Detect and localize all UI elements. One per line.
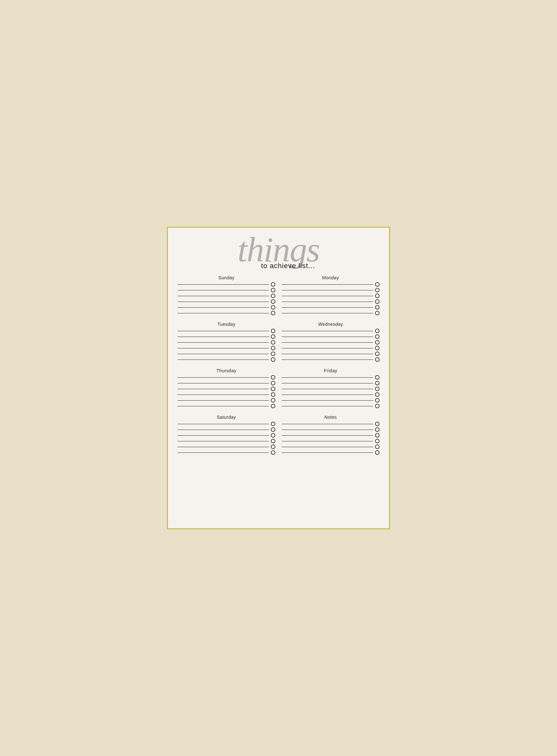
task-circle[interactable]: [271, 340, 275, 345]
task-circle[interactable]: [271, 381, 275, 385]
task-circle[interactable]: [375, 421, 380, 426]
task-circle[interactable]: [271, 305, 275, 310]
task-row[interactable]: [282, 381, 380, 385]
task-row[interactable]: [282, 392, 380, 397]
task-circle[interactable]: [375, 428, 380, 432]
task-circle[interactable]: [271, 300, 275, 304]
task-circle[interactable]: [375, 450, 380, 455]
task-circle[interactable]: [375, 445, 380, 449]
task-row[interactable]: [177, 398, 275, 403]
task-circle[interactable]: [375, 398, 380, 403]
task-row[interactable]: [177, 328, 275, 333]
task-row[interactable]: [282, 433, 380, 438]
task-row[interactable]: [177, 392, 275, 397]
task-row[interactable]: [177, 294, 275, 298]
task-row[interactable]: [282, 352, 380, 356]
task-row[interactable]: [282, 357, 380, 362]
task-row[interactable]: [177, 288, 275, 292]
task-line: [177, 441, 269, 441]
task-circle[interactable]: [271, 294, 275, 298]
task-row[interactable]: [282, 421, 380, 426]
task-circle[interactable]: [375, 357, 380, 362]
task-row[interactable]: [177, 340, 275, 345]
task-row[interactable]: [177, 450, 275, 455]
task-circle[interactable]: [271, 404, 275, 408]
task-circle[interactable]: [271, 282, 275, 287]
task-circle[interactable]: [375, 381, 380, 385]
task-circle[interactable]: [271, 445, 275, 449]
task-circle[interactable]: [271, 335, 275, 339]
task-circle[interactable]: [375, 288, 380, 292]
task-circle[interactable]: [375, 433, 380, 438]
task-row[interactable]: [282, 294, 380, 298]
task-row[interactable]: [282, 282, 380, 287]
task-row[interactable]: [282, 428, 380, 432]
task-circle[interactable]: [271, 357, 275, 362]
task-row[interactable]: [282, 387, 380, 391]
task-row[interactable]: [282, 288, 380, 292]
day-section-wednesday: Wednesday: [282, 322, 380, 363]
task-circle[interactable]: [375, 387, 380, 391]
task-row[interactable]: [282, 450, 380, 455]
task-circle[interactable]: [271, 328, 275, 333]
task-circle[interactable]: [375, 404, 380, 408]
task-circle[interactable]: [375, 352, 380, 356]
task-row[interactable]: [282, 346, 380, 350]
task-circle[interactable]: [375, 375, 380, 380]
task-circle[interactable]: [271, 398, 275, 403]
task-row[interactable]: [177, 305, 275, 310]
task-circle[interactable]: [271, 450, 275, 455]
task-row[interactable]: [177, 439, 275, 443]
task-circle[interactable]: [271, 439, 275, 443]
task-circle[interactable]: [375, 282, 380, 287]
task-row[interactable]: [177, 404, 275, 408]
task-row[interactable]: [282, 445, 380, 449]
task-circle[interactable]: [271, 387, 275, 391]
task-circle[interactable]: [271, 392, 275, 397]
task-circle[interactable]: [375, 328, 380, 333]
task-row[interactable]: [282, 305, 380, 310]
task-circle[interactable]: [375, 439, 380, 443]
task-row[interactable]: [177, 381, 275, 385]
task-line: [282, 337, 373, 337]
task-circle[interactable]: [375, 392, 380, 397]
task-row[interactable]: [177, 445, 275, 449]
task-line: [282, 430, 373, 430]
task-row[interactable]: [177, 352, 275, 356]
task-circle[interactable]: [375, 340, 380, 345]
task-row[interactable]: [282, 328, 380, 333]
task-row[interactable]: [177, 428, 275, 432]
task-circle[interactable]: [271, 288, 275, 292]
task-row[interactable]: [177, 421, 275, 426]
task-circle[interactable]: [375, 300, 380, 304]
task-row[interactable]: [177, 335, 275, 339]
task-row[interactable]: [177, 433, 275, 438]
task-row[interactable]: [282, 335, 380, 339]
task-row[interactable]: [177, 357, 275, 362]
task-circle[interactable]: [375, 346, 380, 350]
task-row[interactable]: [177, 311, 275, 315]
task-row[interactable]: [282, 375, 380, 380]
task-row[interactable]: [177, 387, 275, 391]
task-circle[interactable]: [271, 346, 275, 350]
task-row[interactable]: [282, 398, 380, 403]
task-row[interactable]: [282, 439, 380, 443]
task-circle[interactable]: [271, 352, 275, 356]
task-circle[interactable]: [271, 421, 275, 426]
task-row[interactable]: [282, 340, 380, 345]
task-row[interactable]: [177, 375, 275, 380]
task-row[interactable]: [282, 311, 380, 315]
task-circle[interactable]: [375, 294, 380, 298]
task-circle[interactable]: [375, 311, 380, 315]
task-circle[interactable]: [375, 335, 380, 339]
task-row[interactable]: [282, 404, 380, 408]
task-circle[interactable]: [271, 428, 275, 432]
task-circle[interactable]: [271, 311, 275, 315]
task-circle[interactable]: [375, 305, 380, 310]
task-circle[interactable]: [271, 375, 275, 380]
task-row[interactable]: [177, 282, 275, 287]
task-circle[interactable]: [271, 433, 275, 438]
task-row[interactable]: [177, 346, 275, 350]
task-row[interactable]: [177, 300, 275, 304]
task-row[interactable]: [282, 300, 380, 304]
